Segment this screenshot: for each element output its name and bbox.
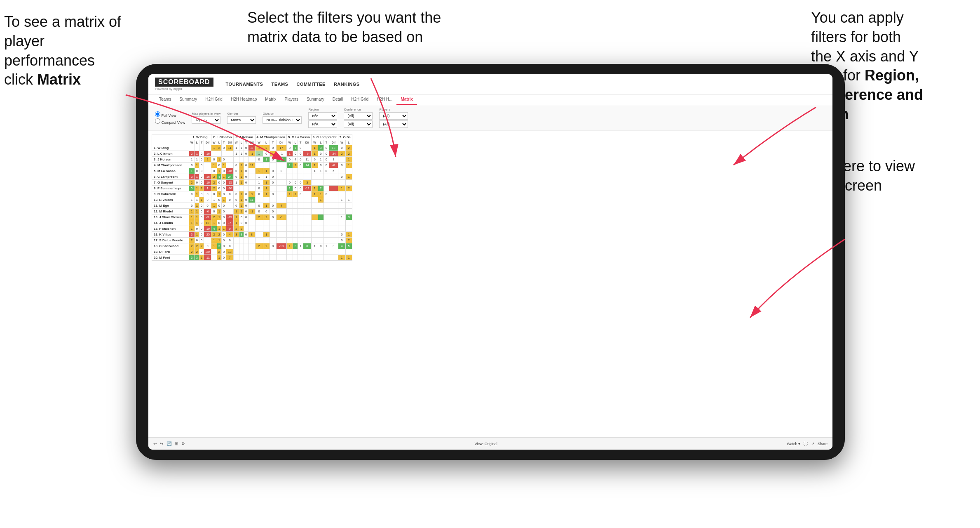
matrix-cell: 1 — [221, 174, 226, 180]
matrix-cell: 11 — [249, 197, 255, 203]
matrix-cell — [329, 255, 338, 261]
matrix-cell — [270, 232, 276, 238]
matrix-cell: 1 — [195, 191, 199, 197]
row-header-5: 6. C Lamprecht — [152, 174, 189, 180]
matrix-cell: 1 — [195, 232, 199, 238]
full-view-option[interactable]: Full View — [155, 111, 185, 118]
matrix-cell: 1 — [293, 145, 298, 151]
matrix-cell — [329, 197, 338, 203]
matrix-cell: 1 — [211, 203, 217, 209]
matrix-cell — [263, 249, 270, 255]
matrix-cell — [329, 249, 338, 255]
matrix-cell: 1 — [189, 197, 195, 203]
matrix-cell — [270, 163, 276, 168]
ann-center-text: Select the filters you want the matrix d… — [247, 9, 441, 45]
matrix-cell — [324, 174, 329, 180]
conference-filter: Conference (All) (All) — [344, 108, 373, 128]
ann-right-l3: the X axis and Y — [811, 48, 919, 65]
players-select2[interactable]: (All) — [379, 120, 408, 128]
tab-matrix-left[interactable]: Matrix — [261, 94, 280, 105]
matrix-cell — [329, 186, 338, 191]
matrix-cell — [270, 255, 276, 261]
conference-select[interactable]: (All) — [344, 112, 373, 120]
share-icon[interactable]: ↗ — [811, 441, 814, 446]
matrix-cell — [270, 238, 276, 243]
tab-summary[interactable]: Summary — [175, 94, 201, 105]
region-select[interactable]: N/A — [308, 112, 337, 120]
compact-view-option[interactable]: Compact View — [155, 118, 185, 125]
matrix-cell — [286, 214, 293, 220]
matrix-cell: 0 — [221, 238, 226, 243]
nav-committee[interactable]: COMMITTEE — [296, 82, 326, 87]
matrix-cell: -1 — [249, 151, 255, 157]
refresh-icon[interactable]: 🔄 — [166, 441, 171, 446]
matrix-cell — [286, 220, 293, 226]
matrix-cell: 4 — [338, 243, 346, 249]
matrix-cell: 0 — [221, 209, 226, 214]
matrix-cell — [324, 214, 329, 220]
max-players-select[interactable]: Top 25 — [192, 116, 220, 124]
full-view-radio[interactable] — [155, 111, 160, 117]
matrix-cell — [263, 197, 270, 203]
matrix-cell — [255, 226, 263, 232]
matrix-cell: 0 — [324, 145, 329, 151]
matrix-cell — [293, 214, 298, 220]
nav-tournaments[interactable]: TOURNAMENTS — [226, 82, 263, 87]
nav-teams[interactable]: TEAMS — [271, 82, 288, 87]
tab-h2h-grid2[interactable]: H2H Grid — [347, 94, 373, 105]
view-options: Full View Compact View — [155, 111, 185, 125]
matrix-cell: 0 — [255, 209, 263, 214]
fullscreen-icon[interactable]: ⛶ — [804, 441, 808, 446]
matrix-cell — [346, 249, 352, 255]
matrix-cell: 0 — [303, 243, 311, 249]
tab-players[interactable]: Players — [281, 94, 302, 105]
matrix-cell: 0 — [199, 220, 204, 226]
tab-h2h-grid[interactable]: H2H Grid — [201, 94, 227, 105]
settings-icon[interactable]: ⚙ — [181, 441, 185, 446]
matrix-cell — [204, 145, 211, 151]
matrix-cell: 0 — [221, 145, 226, 151]
division-filter: Division NCAA Division I — [263, 112, 302, 124]
matrix-cell — [318, 255, 324, 261]
tab-matrix-active[interactable]: Matrix — [396, 94, 417, 105]
conference-select2[interactable]: (All) — [344, 120, 373, 128]
matrix-cell: 0 — [199, 214, 204, 220]
matrix-cell: 0 — [270, 157, 276, 163]
matrix-cell: 4 — [276, 203, 286, 209]
share-label[interactable]: Share — [818, 442, 828, 446]
matrix-cell: 1 — [217, 226, 221, 232]
tab-teams[interactable]: Teams — [155, 94, 175, 105]
tab-summary2[interactable]: Summary — [302, 94, 328, 105]
matrix-cell — [298, 197, 303, 203]
region-select2[interactable]: N/A — [308, 120, 337, 128]
gender-select[interactable]: Men's — [227, 116, 256, 124]
matrix-cell — [324, 220, 329, 226]
matrix-cell: 1 — [199, 197, 204, 203]
redo-icon[interactable]: ↪ — [160, 441, 163, 446]
tab-h2h-heatmap[interactable]: H2H Heatmap — [227, 94, 261, 105]
sub-corner — [152, 140, 189, 145]
nav-rankings[interactable]: RANKINGS — [334, 82, 360, 87]
max-players-filter: Max players in view Top 25 — [192, 112, 220, 124]
players-select[interactable]: (All) — [379, 112, 408, 120]
matrix-cell: -16 — [204, 180, 211, 186]
division-select[interactable]: NCAA Division I — [263, 116, 302, 124]
undo-icon[interactable]: ↩ — [153, 441, 157, 446]
matrix-cell — [338, 220, 346, 226]
matrix-cell: 3 — [329, 157, 338, 163]
tab-detail[interactable]: Detail — [328, 94, 347, 105]
compact-view-radio[interactable] — [155, 118, 160, 124]
matrix-cell — [286, 197, 293, 203]
matrix-cell: 2 — [346, 145, 352, 151]
matrix-cell: 0 — [298, 145, 303, 151]
watch-label[interactable]: Watch ▾ — [787, 442, 800, 446]
matrix-cell — [303, 238, 311, 243]
players-filter: Players (All) (All) — [379, 108, 408, 128]
matrix-cell — [249, 214, 255, 220]
matrix-cell: 2 — [195, 249, 199, 255]
zoom-icon[interactable]: ⊞ — [175, 441, 178, 446]
tab-h2h-h[interactable]: H2H H... — [373, 94, 396, 105]
matrix-cell: 1 — [234, 209, 239, 214]
matrix-cell: 0 — [226, 197, 234, 203]
ann-left-line2: player performances — [4, 33, 95, 69]
